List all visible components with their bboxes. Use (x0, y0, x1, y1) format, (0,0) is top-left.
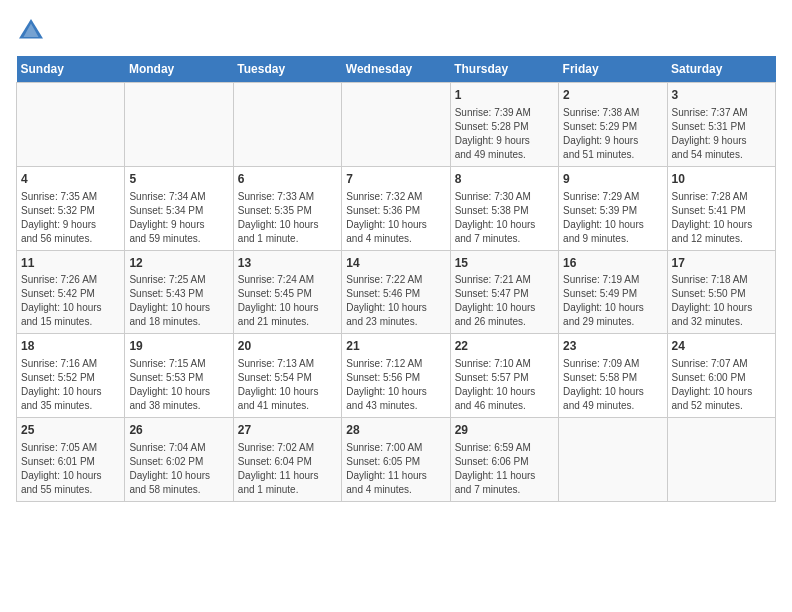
day-number: 22 (455, 338, 554, 355)
day-number: 9 (563, 171, 662, 188)
calendar-cell: 8Sunrise: 7:30 AM Sunset: 5:38 PM Daylig… (450, 166, 558, 250)
calendar-cell: 25Sunrise: 7:05 AM Sunset: 6:01 PM Dayli… (17, 418, 125, 502)
calendar-row: 25Sunrise: 7:05 AM Sunset: 6:01 PM Dayli… (17, 418, 776, 502)
calendar-cell (342, 83, 450, 167)
cell-content: Sunrise: 7:12 AM Sunset: 5:56 PM Dayligh… (346, 357, 445, 413)
calendar-cell: 26Sunrise: 7:04 AM Sunset: 6:02 PM Dayli… (125, 418, 233, 502)
cell-content: Sunrise: 7:02 AM Sunset: 6:04 PM Dayligh… (238, 441, 337, 497)
calendar-table: SundayMondayTuesdayWednesdayThursdayFrid… (16, 56, 776, 502)
calendar-cell: 28Sunrise: 7:00 AM Sunset: 6:05 PM Dayli… (342, 418, 450, 502)
calendar-cell: 20Sunrise: 7:13 AM Sunset: 5:54 PM Dayli… (233, 334, 341, 418)
weekday-header-monday: Monday (125, 56, 233, 83)
cell-content: Sunrise: 7:07 AM Sunset: 6:00 PM Dayligh… (672, 357, 771, 413)
calendar-cell: 29Sunrise: 6:59 AM Sunset: 6:06 PM Dayli… (450, 418, 558, 502)
day-number: 5 (129, 171, 228, 188)
calendar-row: 11Sunrise: 7:26 AM Sunset: 5:42 PM Dayli… (17, 250, 776, 334)
calendar-cell: 3Sunrise: 7:37 AM Sunset: 5:31 PM Daylig… (667, 83, 775, 167)
cell-content: Sunrise: 7:18 AM Sunset: 5:50 PM Dayligh… (672, 273, 771, 329)
day-number: 11 (21, 255, 120, 272)
day-number: 6 (238, 171, 337, 188)
cell-content: Sunrise: 7:13 AM Sunset: 5:54 PM Dayligh… (238, 357, 337, 413)
cell-content: Sunrise: 7:05 AM Sunset: 6:01 PM Dayligh… (21, 441, 120, 497)
day-number: 3 (672, 87, 771, 104)
calendar-cell: 7Sunrise: 7:32 AM Sunset: 5:36 PM Daylig… (342, 166, 450, 250)
calendar-cell (667, 418, 775, 502)
calendar-cell: 19Sunrise: 7:15 AM Sunset: 5:53 PM Dayli… (125, 334, 233, 418)
cell-content: Sunrise: 7:15 AM Sunset: 5:53 PM Dayligh… (129, 357, 228, 413)
calendar-cell: 13Sunrise: 7:24 AM Sunset: 5:45 PM Dayli… (233, 250, 341, 334)
day-number: 19 (129, 338, 228, 355)
calendar-cell: 24Sunrise: 7:07 AM Sunset: 6:00 PM Dayli… (667, 334, 775, 418)
calendar-cell (233, 83, 341, 167)
cell-content: Sunrise: 7:19 AM Sunset: 5:49 PM Dayligh… (563, 273, 662, 329)
calendar-cell: 9Sunrise: 7:29 AM Sunset: 5:39 PM Daylig… (559, 166, 667, 250)
weekday-header-sunday: Sunday (17, 56, 125, 83)
day-number: 4 (21, 171, 120, 188)
day-number: 20 (238, 338, 337, 355)
day-number: 27 (238, 422, 337, 439)
day-number: 26 (129, 422, 228, 439)
day-number: 18 (21, 338, 120, 355)
page-header (16, 16, 776, 46)
calendar-cell: 21Sunrise: 7:12 AM Sunset: 5:56 PM Dayli… (342, 334, 450, 418)
calendar-cell: 2Sunrise: 7:38 AM Sunset: 5:29 PM Daylig… (559, 83, 667, 167)
calendar-row: 18Sunrise: 7:16 AM Sunset: 5:52 PM Dayli… (17, 334, 776, 418)
day-number: 13 (238, 255, 337, 272)
calendar-cell: 22Sunrise: 7:10 AM Sunset: 5:57 PM Dayli… (450, 334, 558, 418)
cell-content: Sunrise: 7:26 AM Sunset: 5:42 PM Dayligh… (21, 273, 120, 329)
calendar-cell (559, 418, 667, 502)
day-number: 14 (346, 255, 445, 272)
calendar-cell: 14Sunrise: 7:22 AM Sunset: 5:46 PM Dayli… (342, 250, 450, 334)
cell-content: Sunrise: 7:29 AM Sunset: 5:39 PM Dayligh… (563, 190, 662, 246)
cell-content: Sunrise: 7:16 AM Sunset: 5:52 PM Dayligh… (21, 357, 120, 413)
cell-content: Sunrise: 7:28 AM Sunset: 5:41 PM Dayligh… (672, 190, 771, 246)
cell-content: Sunrise: 7:09 AM Sunset: 5:58 PM Dayligh… (563, 357, 662, 413)
cell-content: Sunrise: 7:38 AM Sunset: 5:29 PM Dayligh… (563, 106, 662, 162)
cell-content: Sunrise: 7:34 AM Sunset: 5:34 PM Dayligh… (129, 190, 228, 246)
cell-content: Sunrise: 7:37 AM Sunset: 5:31 PM Dayligh… (672, 106, 771, 162)
day-number: 8 (455, 171, 554, 188)
day-number: 23 (563, 338, 662, 355)
calendar-cell: 5Sunrise: 7:34 AM Sunset: 5:34 PM Daylig… (125, 166, 233, 250)
day-number: 16 (563, 255, 662, 272)
day-number: 10 (672, 171, 771, 188)
cell-content: Sunrise: 7:25 AM Sunset: 5:43 PM Dayligh… (129, 273, 228, 329)
weekday-header-saturday: Saturday (667, 56, 775, 83)
day-number: 21 (346, 338, 445, 355)
calendar-cell: 10Sunrise: 7:28 AM Sunset: 5:41 PM Dayli… (667, 166, 775, 250)
calendar-cell (17, 83, 125, 167)
day-number: 15 (455, 255, 554, 272)
cell-content: Sunrise: 7:35 AM Sunset: 5:32 PM Dayligh… (21, 190, 120, 246)
calendar-row: 1Sunrise: 7:39 AM Sunset: 5:28 PM Daylig… (17, 83, 776, 167)
day-number: 28 (346, 422, 445, 439)
day-number: 1 (455, 87, 554, 104)
cell-content: Sunrise: 7:00 AM Sunset: 6:05 PM Dayligh… (346, 441, 445, 497)
cell-content: Sunrise: 7:21 AM Sunset: 5:47 PM Dayligh… (455, 273, 554, 329)
day-number: 7 (346, 171, 445, 188)
cell-content: Sunrise: 6:59 AM Sunset: 6:06 PM Dayligh… (455, 441, 554, 497)
day-number: 12 (129, 255, 228, 272)
calendar-cell: 11Sunrise: 7:26 AM Sunset: 5:42 PM Dayli… (17, 250, 125, 334)
cell-content: Sunrise: 7:32 AM Sunset: 5:36 PM Dayligh… (346, 190, 445, 246)
calendar-cell (125, 83, 233, 167)
cell-content: Sunrise: 7:04 AM Sunset: 6:02 PM Dayligh… (129, 441, 228, 497)
day-number: 29 (455, 422, 554, 439)
calendar-cell: 18Sunrise: 7:16 AM Sunset: 5:52 PM Dayli… (17, 334, 125, 418)
cell-content: Sunrise: 7:30 AM Sunset: 5:38 PM Dayligh… (455, 190, 554, 246)
day-number: 17 (672, 255, 771, 272)
calendar-cell: 12Sunrise: 7:25 AM Sunset: 5:43 PM Dayli… (125, 250, 233, 334)
cell-content: Sunrise: 7:39 AM Sunset: 5:28 PM Dayligh… (455, 106, 554, 162)
weekday-header-row: SundayMondayTuesdayWednesdayThursdayFrid… (17, 56, 776, 83)
weekday-header-friday: Friday (559, 56, 667, 83)
day-number: 24 (672, 338, 771, 355)
calendar-cell: 23Sunrise: 7:09 AM Sunset: 5:58 PM Dayli… (559, 334, 667, 418)
weekday-header-wednesday: Wednesday (342, 56, 450, 83)
cell-content: Sunrise: 7:10 AM Sunset: 5:57 PM Dayligh… (455, 357, 554, 413)
day-number: 25 (21, 422, 120, 439)
cell-content: Sunrise: 7:24 AM Sunset: 5:45 PM Dayligh… (238, 273, 337, 329)
calendar-row: 4Sunrise: 7:35 AM Sunset: 5:32 PM Daylig… (17, 166, 776, 250)
cell-content: Sunrise: 7:22 AM Sunset: 5:46 PM Dayligh… (346, 273, 445, 329)
weekday-header-thursday: Thursday (450, 56, 558, 83)
calendar-cell: 27Sunrise: 7:02 AM Sunset: 6:04 PM Dayli… (233, 418, 341, 502)
cell-content: Sunrise: 7:33 AM Sunset: 5:35 PM Dayligh… (238, 190, 337, 246)
